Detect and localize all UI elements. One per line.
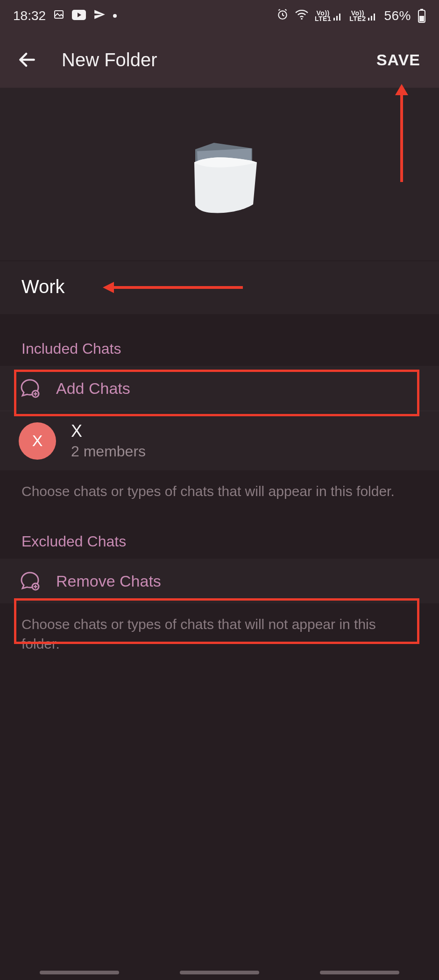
chat-avatar: X (19, 422, 56, 460)
system-nav-indicator (0, 971, 439, 974)
sim2-signal-icon: Vo)) LTE2 (349, 10, 377, 21)
folder-name-row[interactable] (0, 261, 439, 314)
status-bar: 18:32 Vo)) LTE1 Vo)) LTE2 (0, 0, 439, 32)
picture-icon (53, 8, 64, 23)
youtube-icon (72, 8, 86, 23)
svg-rect-6 (419, 16, 424, 21)
excluded-chats-section: Excluded Chats Remove Chats Choose chats… (0, 524, 439, 668)
battery-percent: 56% (384, 8, 411, 23)
back-button[interactable] (13, 46, 41, 74)
included-chats-help: Choose chats or types of chats that will… (0, 470, 439, 515)
add-chats-button[interactable]: Add Chats (0, 366, 439, 411)
add-chat-icon (19, 376, 41, 400)
svg-point-3 (301, 18, 303, 20)
folder-icon (177, 134, 262, 214)
sim1-signal-icon: Vo)) LTE1 (315, 10, 343, 21)
app-bar: New Folder SAVE (0, 32, 439, 88)
add-chats-label: Add Chats (56, 379, 420, 398)
hero-section (0, 88, 439, 260)
chat-subtitle: 2 members (71, 443, 420, 460)
folder-name-input[interactable] (21, 276, 418, 297)
alarm-icon (276, 8, 289, 24)
send-icon (93, 8, 106, 24)
page-title: New Folder (62, 49, 157, 70)
remove-chats-label: Remove Chats (56, 572, 420, 590)
included-chats-section: Included Chats Add Chats X X 2 members C… (0, 331, 439, 515)
save-button[interactable]: SAVE (371, 45, 426, 75)
battery-icon (418, 9, 426, 23)
chat-title: X (71, 421, 420, 441)
notification-dot-icon (113, 14, 117, 18)
status-time: 18:32 (13, 8, 46, 23)
wifi-icon (295, 8, 308, 23)
excluded-chats-help: Choose chats or types of chats that will… (0, 603, 439, 668)
excluded-chats-header: Excluded Chats (0, 524, 439, 559)
included-chats-header: Included Chats (0, 331, 439, 366)
included-chat-item[interactable]: X X 2 members (0, 411, 439, 470)
svg-rect-5 (420, 9, 423, 10)
arrow-left-icon (17, 49, 37, 70)
remove-chat-icon (19, 569, 41, 593)
remove-chats-button[interactable]: Remove Chats (0, 559, 439, 603)
